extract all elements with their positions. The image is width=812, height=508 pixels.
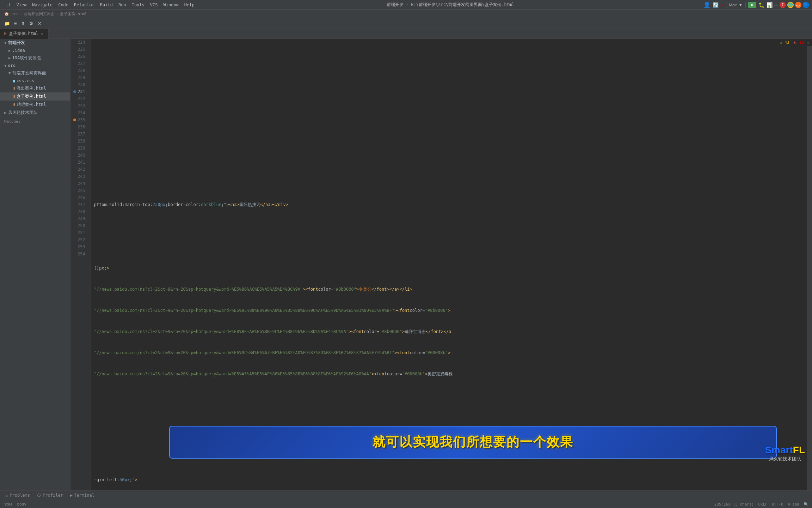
code-attr-244b: ; bbox=[130, 476, 132, 483]
sidebar-item-idea[interactable]: ▶ .idea bbox=[0, 47, 70, 54]
line-247: 247 bbox=[73, 201, 87, 208]
menu-item-vcs[interactable]: VCS bbox=[147, 2, 161, 8]
run-button[interactable]: ▶ bbox=[748, 2, 756, 8]
code-val-237: "#8b0000" bbox=[379, 328, 402, 335]
code-line-224 bbox=[94, 53, 804, 60]
breadcrumb-folder[interactable]: 前端开发网页界面 bbox=[24, 11, 55, 17]
sidebar-item-team[interactable]: ▶ 风火轮技术团队 bbox=[0, 109, 70, 117]
menu-item-code[interactable]: Code bbox=[55, 2, 71, 8]
search-icon[interactable]: 🔍 bbox=[804, 502, 808, 507]
sidebar-item-watches[interactable]: Watches bbox=[0, 118, 70, 125]
menu-item-build[interactable]: Build bbox=[97, 2, 116, 8]
sidebar-item-src[interactable]: ▼ src bbox=[0, 62, 70, 69]
code-tag-239: ><font bbox=[371, 370, 387, 377]
sidebar-item-ida[interactable]: ▶ IDA软件安装包 bbox=[0, 54, 70, 62]
sidebar-label-idea: .idea bbox=[12, 48, 25, 53]
editor-area[interactable]: 224 225 226 227 228 229 230 231 232 233 bbox=[70, 39, 812, 490]
code-attr-231c: ;"> bbox=[221, 201, 229, 208]
menu-item-it[interactable]: it bbox=[3, 2, 13, 8]
menu-item-run[interactable]: Run bbox=[116, 2, 129, 8]
menu-item-tools[interactable]: Tools bbox=[129, 2, 147, 8]
sidebar-label-css: css.css bbox=[17, 78, 35, 83]
close-plugin-icon[interactable]: ✕ bbox=[721, 2, 724, 8]
close-warnings[interactable]: ✕ bbox=[807, 40, 809, 45]
editor-pane[interactable]: 224 225 226 227 228 229 230 231 232 233 bbox=[70, 39, 812, 490]
sidebar-item-root[interactable]: ▼ 前端开发 bbox=[0, 39, 70, 47]
line-228: 228 bbox=[73, 67, 87, 74]
user-icon[interactable]: 👤 bbox=[703, 1, 710, 8]
code-line-228 bbox=[94, 138, 804, 145]
sidebar-item-css[interactable]: ■ css.css bbox=[0, 77, 70, 84]
line-253: 253 bbox=[73, 243, 87, 250]
code-container: 224 225 226 227 228 229 230 231 232 233 bbox=[70, 39, 812, 490]
overlay-container: 就可以实现我们所想要的一个效果 bbox=[169, 426, 777, 459]
sidebar-item-webpages[interactable]: ▼ 前端开发网页界面 bbox=[0, 69, 70, 77]
folder-icon-team: ▶ bbox=[4, 110, 7, 115]
firefox-icon[interactable]: 🦊 bbox=[795, 2, 801, 8]
settings-button[interactable]: ⚙ bbox=[28, 20, 35, 27]
code-closetag-237: </font></a bbox=[426, 328, 451, 335]
code-text-237: 迪拜世博会 bbox=[405, 328, 426, 335]
breadcrumb-home[interactable]: 🏠 src bbox=[4, 12, 19, 16]
project-view-button[interactable]: 📁 bbox=[3, 20, 11, 27]
code-val-238b: "#00008b" bbox=[425, 349, 448, 356]
more-icon[interactable]: ⋯ bbox=[775, 2, 777, 8]
sidebar-item-box[interactable]: H 盒子案例.html bbox=[0, 92, 70, 101]
warning-count: ⚠ 43 bbox=[780, 40, 789, 45]
code-tag-234: > bbox=[107, 265, 109, 272]
breadcrumb-sep2: › bbox=[56, 12, 59, 16]
sidebar-item-overflow[interactable]: H 溢出案例.html bbox=[0, 84, 70, 92]
line-236: 236 bbox=[73, 123, 87, 131]
code-url-235: "//news.baidu.com/ns?cl=2&ct=9&rn=20&sp=… bbox=[94, 286, 303, 293]
branch-selector[interactable]: Main ▼ bbox=[726, 2, 746, 8]
sidebar-label-overflow: 溢出案例.html bbox=[17, 85, 46, 91]
code-tag-239b: > bbox=[425, 370, 427, 377]
chrome-icon[interactable]: 🌐 bbox=[787, 2, 794, 8]
code-tag-237b: > bbox=[402, 328, 405, 335]
sync-icon[interactable]: 🔄 bbox=[713, 2, 719, 8]
body-tag: body bbox=[17, 502, 27, 507]
hierarchy-button[interactable]: ⬆ bbox=[20, 20, 26, 27]
coverage-icon[interactable]: 📊 bbox=[767, 2, 773, 8]
menu-item-navigate[interactable]: Navigate bbox=[29, 2, 55, 8]
sidebar-item-tieba[interactable]: H 贴吧案例.html bbox=[0, 101, 70, 109]
menu-item-view[interactable]: View bbox=[13, 2, 29, 8]
breadcrumb: 🏠 src › 前端开发网页界面 › 盒子案例.html bbox=[0, 10, 812, 18]
terminal-label: Terminal bbox=[74, 493, 94, 498]
sidebar-label-box: 盒子案例.html bbox=[17, 93, 46, 99]
css-file-icon: ■ bbox=[13, 79, 15, 83]
line-230: 230 bbox=[73, 81, 87, 88]
menu-item-refactor[interactable]: Refactor bbox=[71, 2, 97, 8]
intellij-icon[interactable]: I bbox=[780, 2, 786, 8]
tab-close-button[interactable]: ✕ bbox=[41, 31, 44, 36]
sidebar-label-src: src bbox=[8, 63, 16, 68]
code-darkblue-231: darkblue bbox=[201, 201, 221, 208]
breadcrumb-file[interactable]: 盒子案例.html bbox=[60, 11, 87, 17]
close-panel-button[interactable]: ✕ bbox=[36, 20, 43, 27]
line-250: 250 bbox=[73, 222, 87, 229]
code-line-240 bbox=[94, 392, 804, 399]
code-tag-237: ><font bbox=[349, 328, 364, 335]
code-text-244: rgin-left: bbox=[94, 476, 119, 483]
structure-button[interactable]: ≡ bbox=[13, 20, 18, 27]
menu-item-help[interactable]: Help bbox=[182, 2, 197, 8]
menu-item-window[interactable]: Window bbox=[160, 2, 181, 8]
line-231: 231 bbox=[73, 88, 87, 95]
problems-label: Problems bbox=[10, 493, 30, 498]
line-238: 238 bbox=[73, 138, 87, 145]
debug-icon[interactable]: 🐛 bbox=[758, 2, 764, 8]
code-line-241 bbox=[94, 413, 804, 420]
edge-icon[interactable]: 🔵 bbox=[803, 2, 809, 8]
logo-watermark: SmartFL 风火轮技术团队 bbox=[765, 445, 805, 462]
tab-terminal[interactable]: ▶ Terminal bbox=[67, 492, 97, 498]
code-line-230 bbox=[94, 180, 804, 187]
tab-problems[interactable]: ⚠ Problems bbox=[3, 492, 33, 498]
code-content[interactable]: pttom:solid;margin-top:230px;border-colo… bbox=[91, 39, 807, 490]
bookmark-235 bbox=[73, 119, 76, 121]
tab-profiler[interactable]: ⏱ Profiler bbox=[34, 492, 66, 498]
line-243: 243 bbox=[73, 173, 87, 180]
tab-main-file[interactable]: H 盒子案例.html ✕ bbox=[0, 29, 49, 39]
code-line-232 bbox=[94, 222, 804, 229]
tab-filename: 盒子案例.html bbox=[9, 31, 38, 37]
code-line-231: pttom:solid;margin-top:230px;border-colo… bbox=[94, 201, 804, 208]
